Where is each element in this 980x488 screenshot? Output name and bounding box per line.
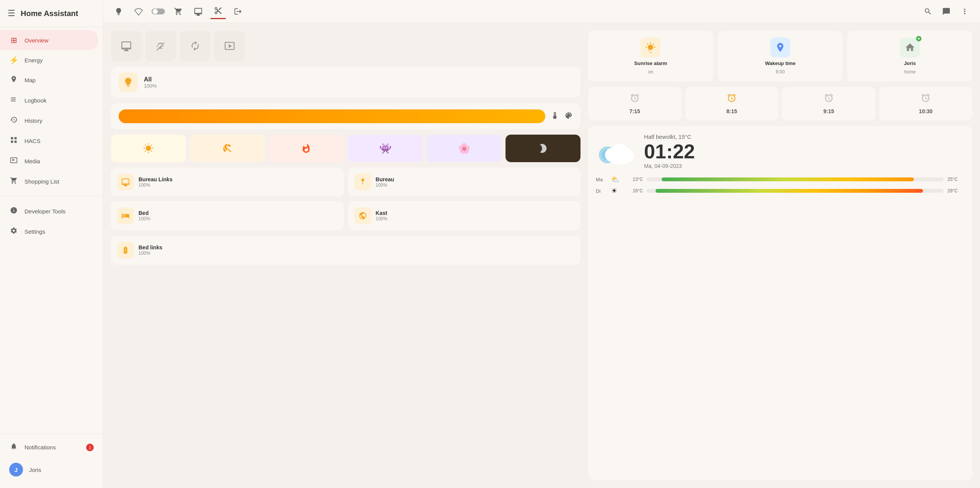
sidebar-item-hacs[interactable]: HACS: [0, 131, 103, 151]
sidebar-item-label: History: [24, 117, 42, 124]
topbar-bulb-btn[interactable]: [111, 4, 126, 19]
topbar-monitor-btn[interactable]: [191, 4, 206, 19]
alarm-time-1030-label: 10:30: [919, 108, 933, 114]
developer-icon: [9, 207, 18, 216]
forecast-icon-di: ☀: [611, 187, 622, 195]
forecast-low-di: 16°C: [626, 188, 643, 194]
forecast-day-di: Di: [596, 188, 607, 194]
weather-card: Half bewolkt, 15°C 01:22 Ma, 04-09-2023 …: [588, 126, 972, 480]
alarm-time-915-label: 9:15: [823, 108, 834, 114]
weather-date: Ma, 04-09-2023: [644, 163, 965, 169]
icon-btn-rotate[interactable]: [180, 31, 210, 61]
scene-sun[interactable]: [111, 135, 186, 162]
notification-badge: 1: [86, 444, 94, 451]
sidebar-item-logbook[interactable]: Logbook: [0, 90, 103, 111]
light-card-bureau-links[interactable]: Bureau Links 100%: [111, 168, 344, 197]
topbar-scissors-btn[interactable]: [210, 4, 226, 19]
bureau-icon: [354, 174, 371, 190]
weather-forecast: Ma ⛅ 13°C 25°C Di ☀ 16°C: [596, 175, 965, 195]
alarm-time-1030[interactable]: 10:30: [879, 87, 973, 120]
light-card-kast[interactable]: Kast 100%: [348, 201, 581, 230]
left-panel: All 100%: [111, 31, 580, 480]
sidebar-item-map[interactable]: Map: [0, 70, 103, 90]
alarm-815-icon: [727, 93, 737, 105]
bureau-links-icon: [117, 174, 134, 190]
forecast-bar-ma-container: [647, 177, 944, 181]
menu-icon[interactable]: ☰: [8, 8, 15, 18]
topbar-right-icons: [920, 4, 972, 19]
alarm-time-915[interactable]: 9:15: [782, 87, 875, 120]
topbar-wifi-btn[interactable]: [131, 4, 146, 19]
more-btn[interactable]: [957, 4, 972, 19]
chat-btn[interactable]: [939, 4, 954, 19]
sidebar-item-overview[interactable]: ⊞ Overview: [0, 30, 98, 50]
sidebar-item-notifications[interactable]: Notifications 1: [0, 437, 103, 457]
weather-top: Half bewolkt, 15°C 01:22 Ma, 04-09-2023: [596, 133, 965, 169]
topbar-toggle-btn[interactable]: [151, 4, 166, 19]
scene-flower[interactable]: 🌸: [427, 135, 502, 162]
sidebar: ☰ Home Assistant ⊞ Overview ⚡ Energy Map…: [0, 0, 103, 488]
icon-btn-wifi-off[interactable]: [145, 31, 176, 61]
sidebar-item-label: Shopping List: [24, 178, 59, 185]
light-card-bed[interactable]: Bed 100%: [111, 201, 344, 230]
icon-btn-monitor[interactable]: [111, 31, 142, 61]
alarm-time-815[interactable]: 8:15: [685, 87, 778, 120]
media-icon: [9, 156, 18, 166]
logbook-icon: [9, 96, 18, 105]
sidebar-item-settings[interactable]: Settings: [0, 221, 103, 242]
sidebar-item-label: Settings: [24, 228, 45, 235]
scene-buttons-row: 👾 🌸: [111, 135, 580, 162]
scene-beach[interactable]: [190, 135, 265, 162]
sidebar-item-developer[interactable]: Developer Tools: [0, 201, 103, 221]
bed-info: Bed 100%: [139, 210, 150, 221]
wakeup-label: Wakeup time: [765, 60, 796, 66]
sidebar-item-label: HACS: [24, 138, 41, 144]
topbar-nav-icons: [111, 4, 917, 19]
search-btn[interactable]: [920, 4, 936, 19]
alarm-card-sunrise[interactable]: Sunrise alarm on: [588, 31, 713, 81]
svg-rect-2: [11, 141, 13, 143]
bureau-label: Bureau: [376, 176, 394, 182]
shopping-icon: [9, 177, 18, 186]
sidebar-item-shopping[interactable]: Shopping List: [0, 171, 103, 192]
sunrise-alarm-label: Sunrise alarm: [634, 60, 667, 66]
weather-icon: [596, 135, 638, 168]
thermometer-icon[interactable]: [551, 111, 559, 122]
topbar-cart-btn[interactable]: [171, 4, 186, 19]
bureau-value: 100%: [376, 182, 394, 188]
scene-moon[interactable]: [505, 135, 580, 162]
svg-point-5: [153, 9, 158, 14]
brightness-slider[interactable]: [119, 109, 545, 123]
all-lights-value: 100%: [144, 83, 157, 89]
forecast-high-di: 28°C: [947, 188, 965, 194]
alarm-915-icon: [824, 93, 834, 105]
icon-btn-tv[interactable]: [214, 31, 245, 61]
sidebar-item-user[interactable]: J Joris: [0, 457, 103, 482]
brightness-slider-card: [111, 103, 580, 129]
sidebar-item-media[interactable]: Media: [0, 151, 103, 171]
bed-icon: [117, 207, 134, 224]
light-card-bed-links[interactable]: Bed links 100%: [111, 236, 580, 265]
scene-fire[interactable]: [269, 135, 344, 162]
sidebar-item-label: Developer Tools: [24, 208, 65, 215]
topbar-exit-btn[interactable]: [230, 4, 246, 19]
sidebar-item-energy[interactable]: ⚡ Energy: [0, 50, 103, 70]
all-lights-card[interactable]: All 100%: [111, 67, 580, 98]
sidebar-header: ☰ Home Assistant: [0, 0, 103, 27]
right-panel: Sunrise alarm on Wakeup time 8:00: [588, 31, 972, 480]
alarm-card-wakeup[interactable]: Wakeup time 8:00: [718, 31, 843, 81]
settings-icon: [9, 227, 18, 236]
weather-info: Half bewolkt, 15°C 01:22 Ma, 04-09-2023: [644, 133, 965, 169]
joris-icon: [900, 37, 920, 57]
light-card-bureau[interactable]: Bureau 100%: [348, 168, 581, 197]
palette-icon[interactable]: [564, 111, 573, 122]
map-icon: [9, 75, 18, 85]
forecast-row-ma: Ma ⛅ 13°C 25°C: [596, 175, 965, 184]
scene-game[interactable]: 👾: [348, 135, 423, 162]
bureau-links-value: 100%: [139, 182, 173, 188]
sidebar-item-history[interactable]: History: [0, 111, 103, 131]
sidebar-item-label: Map: [24, 77, 36, 83]
alarm-time-715[interactable]: 7:15: [588, 87, 681, 120]
alarm-card-joris[interactable]: Joris home: [847, 31, 972, 81]
sunrise-alarm-status: on: [648, 69, 653, 75]
